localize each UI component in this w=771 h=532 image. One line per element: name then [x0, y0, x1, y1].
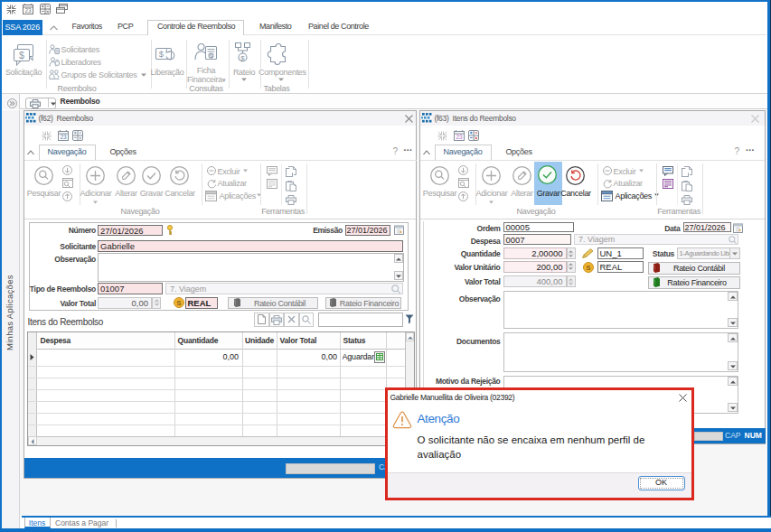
svg-text:$: $ [240, 54, 245, 62]
svg-text:23: 23 [24, 7, 32, 14]
svg-text:$: $ [19, 50, 24, 61]
svg-text:$: $ [210, 53, 212, 59]
svg-text:S: S [586, 264, 591, 272]
svg-text:23: 23 [60, 134, 67, 140]
svg-text:S: S [176, 299, 182, 307]
svg-text:$: $ [159, 49, 165, 59]
svg-text:23: 23 [456, 134, 463, 140]
